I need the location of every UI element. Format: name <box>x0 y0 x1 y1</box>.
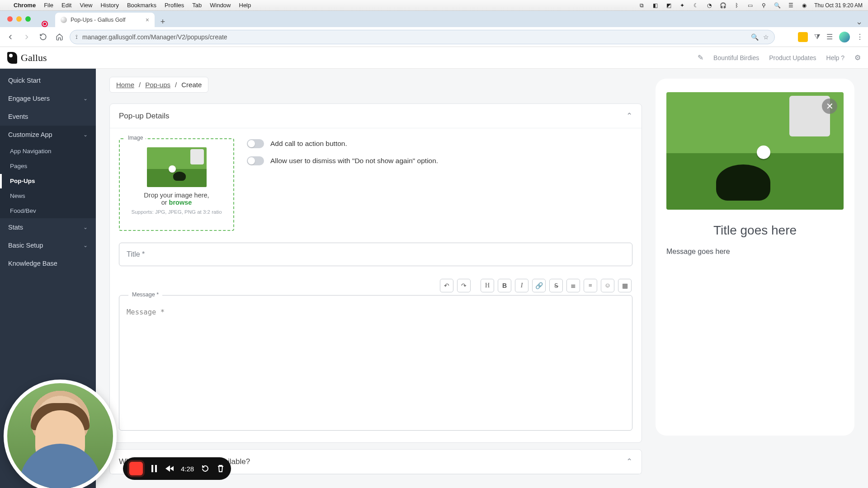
menubar-slack-icon[interactable]: ✦ <box>679 2 686 9</box>
app-name[interactable]: Chrome <box>14 2 36 9</box>
site-info-icon[interactable]: ⟟ <box>75 33 78 41</box>
home-button[interactable] <box>53 31 65 43</box>
editor-italic-button[interactable]: I <box>515 279 528 292</box>
back-button[interactable] <box>5 31 16 43</box>
cta-toggle[interactable] <box>247 139 264 148</box>
menu-bookmarks[interactable]: Bookmarks <box>127 2 156 9</box>
stop-record-button[interactable] <box>129 462 143 475</box>
menubar-search-icon[interactable]: 🔍 <box>774 2 781 9</box>
sidebar-item-customize-app[interactable]: Customize App⌄ <box>0 126 96 144</box>
editor-ordered-list-button[interactable]: ≡ <box>584 279 597 292</box>
editor-bold-button[interactable]: B <box>498 279 511 292</box>
card-header[interactable]: Pop-up Details ⌃ <box>110 104 642 128</box>
sidebar-item-pages[interactable]: Pages <box>0 159 96 174</box>
svg-rect-1 <box>155 465 157 472</box>
image-thumbnail[interactable] <box>147 147 207 187</box>
new-tab-button[interactable]: + <box>157 16 168 27</box>
editor-image-button[interactable]: ▦ <box>618 279 632 292</box>
bookmark-star-icon[interactable]: ☆ <box>763 33 769 41</box>
tab-close-button[interactable]: × <box>146 16 149 23</box>
reading-list-icon[interactable]: ☰ <box>826 33 833 41</box>
breadcrumb-popups[interactable]: Pop-ups <box>145 81 170 89</box>
presenter-webcam[interactable] <box>4 380 117 488</box>
menubar-app-icon[interactable]: ◧ <box>651 2 659 9</box>
brand-logo[interactable]: Gallus <box>7 52 47 64</box>
sidebar-item-news[interactable]: News <box>0 188 96 203</box>
restart-button[interactable] <box>201 465 209 473</box>
preview-close-button[interactable]: ✕ <box>822 99 837 114</box>
menubar-battery-icon[interactable]: ▭ <box>746 2 754 9</box>
sidebar-item-events[interactable]: Events <box>0 108 96 126</box>
menubar-bluetooth-icon[interactable]: ᛒ <box>733 2 740 9</box>
chevron-up-icon[interactable]: ⌃ <box>626 457 632 466</box>
pause-button[interactable] <box>150 465 158 472</box>
editor-redo-button[interactable]: ↷ <box>457 279 471 292</box>
editor-link-button[interactable]: 🔗 <box>532 279 546 292</box>
editor-heading-button[interactable]: H <box>481 279 494 292</box>
browse-link[interactable]: browse <box>169 199 192 206</box>
sidebar-item-stats[interactable]: Stats⌄ <box>0 218 96 236</box>
sidebar-item-food-bev[interactable]: Food/Bev <box>0 203 96 218</box>
menubar-dnd-icon[interactable]: ☾ <box>692 2 699 9</box>
sidebar-item-knowledge-base[interactable]: Knowledge Base <box>0 254 96 272</box>
message-field[interactable]: Message * <box>119 295 632 431</box>
menubar-loom-icon[interactable]: ◩ <box>665 2 672 9</box>
window-minimize-button[interactable] <box>16 16 22 22</box>
editor-undo-button[interactable]: ↶ <box>440 279 453 292</box>
org-name-link[interactable]: Bountiful Birdies <box>713 54 759 61</box>
edit-icon[interactable]: ✎ <box>698 53 703 62</box>
menu-help[interactable]: Help <box>239 2 251 9</box>
sidebar-item-pop-ups[interactable]: Pop-Ups <box>0 174 96 188</box>
product-updates-link[interactable]: Product Updates <box>769 54 816 61</box>
title-input[interactable] <box>127 250 625 258</box>
menu-history[interactable]: History <box>100 2 118 9</box>
menu-view[interactable]: View <box>80 2 92 9</box>
dismiss-toggle[interactable] <box>247 156 264 165</box>
preview-title: Title goes here <box>666 223 844 238</box>
sidebar: Quick Start Engage Users⌄ Events Customi… <box>0 69 96 488</box>
menubar-siri-icon[interactable]: ◉ <box>801 2 808 9</box>
editor-bullet-list-button[interactable]: ≣ <box>566 279 580 292</box>
rewind-button[interactable] <box>165 465 174 472</box>
menubar-clock-icon[interactable]: ◔ <box>706 2 713 9</box>
zoom-indicator-icon[interactable]: 🔍 <box>751 33 759 41</box>
menu-tab[interactable]: Tab <box>192 2 202 9</box>
sidebar-item-quick-start[interactable]: Quick Start <box>0 71 96 89</box>
menubar-headphones-icon[interactable]: 🎧 <box>719 2 726 9</box>
recording-indicator-icon[interactable] <box>42 21 48 27</box>
chrome-menu-button[interactable]: ⋮ <box>856 33 863 41</box>
editor-strike-button[interactable]: S̶ <box>549 279 563 292</box>
window-zoom-button[interactable] <box>25 16 31 22</box>
menu-file[interactable]: File <box>44 2 53 9</box>
address-bar[interactable]: ⟟ manager.gallusgolf.com/Manager/V2/popu… <box>70 30 775 44</box>
extension-icon[interactable] <box>798 32 808 42</box>
menubar-wifi-icon[interactable]: ⚲ <box>760 2 767 9</box>
chevron-up-icon[interactable]: ⌃ <box>626 111 632 121</box>
menubar-zoom-icon[interactable]: ⧉ <box>638 2 645 9</box>
message-textarea[interactable] <box>127 308 625 421</box>
sidebar-item-engage-users[interactable]: Engage Users⌄ <box>0 89 96 108</box>
recording-time: 4:28 <box>181 465 194 473</box>
browser-tab[interactable]: Pop-Ups - Gallus Golf × <box>55 13 155 27</box>
image-field-legend: Image <box>125 135 146 141</box>
svg-marker-2 <box>165 465 170 472</box>
menu-profiles[interactable]: Profiles <box>165 2 184 9</box>
editor-emoji-button[interactable]: ☺ <box>601 279 614 292</box>
extensions-puzzle-icon[interactable]: ⧩ <box>814 33 820 41</box>
profile-avatar[interactable] <box>839 32 850 42</box>
image-dropzone[interactable]: Image Drop your image here,or browse Sup… <box>119 138 234 231</box>
sidebar-item-basic-setup[interactable]: Basic Setup⌄ <box>0 236 96 254</box>
menubar-clock[interactable]: Thu Oct 31 9:20 AM <box>814 2 863 9</box>
help-link[interactable]: Help ? <box>826 54 844 61</box>
settings-gear-icon[interactable]: ⚙ <box>854 53 861 62</box>
window-close-button[interactable] <box>7 16 13 22</box>
reload-button[interactable] <box>37 31 49 43</box>
breadcrumb-home[interactable]: Home <box>116 81 134 89</box>
sidebar-item-app-navigation[interactable]: App Navigation <box>0 144 96 159</box>
menu-window[interactable]: Window <box>210 2 231 9</box>
menubar-control-center-icon[interactable]: ☰ <box>787 2 794 9</box>
tab-overflow-button[interactable]: ⌄ <box>854 16 864 27</box>
title-field[interactable] <box>119 243 632 266</box>
menu-edit[interactable]: Edit <box>61 2 71 9</box>
delete-button[interactable] <box>217 465 225 473</box>
